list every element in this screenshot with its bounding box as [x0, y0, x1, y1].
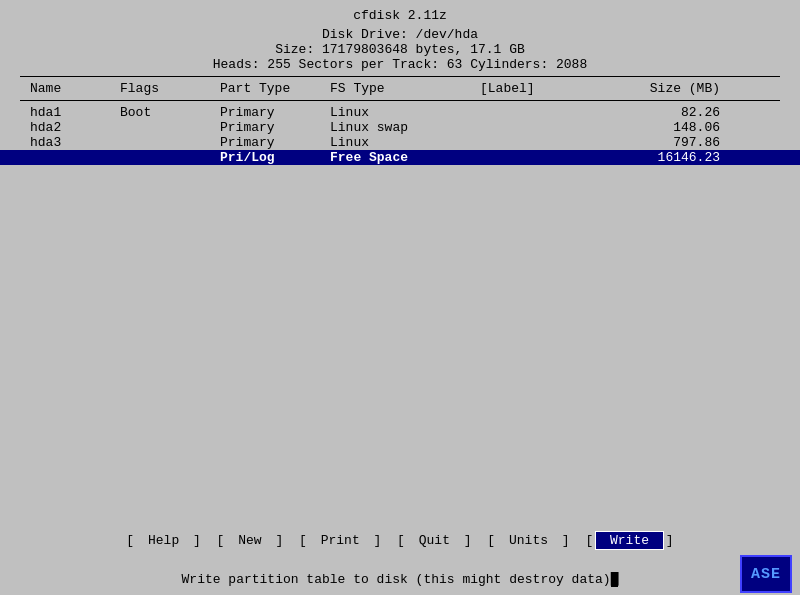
cell-size: 148.06 — [620, 120, 720, 135]
bracket-left-print: [ — [299, 533, 307, 548]
menu-label-print: Print — [309, 533, 372, 548]
sep5 — [574, 533, 582, 548]
cell-parttype: Primary — [220, 135, 330, 150]
col-header-size: Size (MB) — [620, 81, 720, 96]
app-title: cfdisk 2.11z — [0, 8, 800, 23]
cell-parttype: Pri/Log — [220, 150, 330, 165]
bracket-left-new: [ — [217, 533, 225, 548]
col-header-flags: Flags — [120, 81, 220, 96]
menu-item-new[interactable]: [ New ] — [217, 533, 284, 548]
bracket-left-help: [ — [126, 533, 134, 548]
sep2 — [287, 533, 295, 548]
cell-name — [30, 150, 120, 165]
cell-fstype: Linux — [330, 135, 480, 150]
cell-flags — [120, 135, 220, 150]
bracket-right-units: ] — [562, 533, 570, 548]
cell-name: hda2 — [30, 120, 120, 135]
menu-item-quit[interactable]: [ Quit ] — [397, 533, 471, 548]
table-row[interactable]: hda1 Boot Primary Linux 82.26 — [0, 105, 800, 120]
cell-fstype: Free Space — [330, 150, 480, 165]
bracket-right-new: ] — [275, 533, 283, 548]
bracket-right-quit: ] — [464, 533, 472, 548]
cell-fstype: Linux swap — [330, 120, 480, 135]
cell-label — [480, 150, 620, 165]
col-header-fstype: FS Type — [330, 81, 480, 96]
menu-bar: [ Help ] [ New ] [ Print ] [ Quit ] — [0, 531, 800, 550]
disk-info: Disk Drive: /dev/hda Size: 17179803648 b… — [0, 27, 800, 72]
col-header-parttype: Part Type — [220, 81, 330, 96]
sep1 — [205, 533, 213, 548]
menu-label-help: Help — [136, 533, 191, 548]
cell-fstype: Linux — [330, 105, 480, 120]
cell-size: 82.26 — [620, 105, 720, 120]
menu-item-write[interactable]: [ Write ] — [585, 531, 673, 550]
cell-parttype: Primary — [220, 120, 330, 135]
disk-drive: Disk Drive: /dev/hda — [0, 27, 800, 42]
col-header-label: [Label] — [480, 81, 620, 96]
header-divider — [20, 76, 780, 77]
menu-label-new: New — [226, 533, 273, 548]
cell-name: hda3 — [30, 135, 120, 150]
cell-label — [480, 135, 620, 150]
menu-label-write: Write — [595, 531, 664, 550]
menu-items: [ Help ] [ New ] [ Print ] [ Quit ] — [126, 531, 673, 550]
partition-table: hda1 Boot Primary Linux 82.26 hda2 Prima… — [0, 105, 800, 165]
cell-label — [480, 105, 620, 120]
logo-label: ASE — [751, 566, 781, 583]
cell-flags: Boot — [120, 105, 220, 120]
table-header: Name Flags Part Type FS Type [Label] Siz… — [0, 81, 800, 96]
col-header-name: Name — [30, 81, 120, 96]
table-row[interactable]: hda3 Primary Linux 797.86 — [0, 135, 800, 150]
menu-label-units: Units — [497, 533, 560, 548]
disk-size: Size: 17179803648 bytes, 17.1 GB — [0, 42, 800, 57]
bracket-right-print: ] — [373, 533, 381, 548]
menu-item-help[interactable]: [ Help ] — [126, 533, 200, 548]
disk-geometry: Heads: 255 Sectors per Track: 63 Cylinde… — [0, 57, 800, 72]
table-row[interactable]: Pri/Log Free Space 16146.23 — [0, 150, 800, 165]
cell-size: 797.86 — [620, 135, 720, 150]
cell-flags — [120, 120, 220, 135]
sep3 — [385, 533, 393, 548]
cursor-block: █ — [611, 572, 619, 587]
cell-size: 16146.23 — [620, 150, 720, 165]
menu-label-quit: Quit — [407, 533, 462, 548]
logo: ASE — [740, 555, 792, 595]
status-message: Write partition table to disk (this migh… — [182, 572, 611, 587]
status-line: Write partition table to disk (this migh… — [0, 572, 800, 587]
cell-label — [480, 120, 620, 135]
cell-parttype: Primary — [220, 105, 330, 120]
bracket-left-units: [ — [487, 533, 495, 548]
menu-item-units[interactable]: [ Units ] — [487, 533, 569, 548]
table-row[interactable]: hda2 Primary Linux swap 148.06 — [0, 120, 800, 135]
menu-item-print[interactable]: [ Print ] — [299, 533, 381, 548]
bracket-left-write: [ — [585, 533, 593, 548]
sep4 — [476, 533, 484, 548]
table-header-divider — [20, 100, 780, 101]
cell-flags — [120, 150, 220, 165]
bracket-right-write: ] — [666, 533, 674, 548]
bracket-left-quit: [ — [397, 533, 405, 548]
app-title-text: cfdisk 2.11z — [353, 8, 447, 23]
bracket-right-help: ] — [193, 533, 201, 548]
logo-text: ASE — [740, 555, 792, 593]
terminal-window: cfdisk 2.11z Disk Drive: /dev/hda Size: … — [0, 0, 800, 595]
cell-name: hda1 — [30, 105, 120, 120]
